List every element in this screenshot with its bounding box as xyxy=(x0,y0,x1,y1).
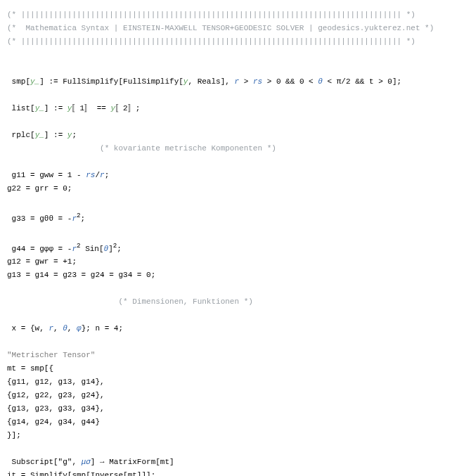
code-line-list: list[y_] := y〚1〛 == y〚2〛; xyxy=(7,89,464,115)
code-line-mt-r1: {g11, g12, g13, g14}, xyxy=(7,375,464,389)
t: > 0 && 0 < xyxy=(262,77,318,86)
code-line-it: it = Simplify[smp[Inverse[mt]]]; xyxy=(7,469,464,476)
t: , xyxy=(67,324,77,333)
pad xyxy=(7,144,100,153)
var-theta: θ xyxy=(318,77,323,86)
t: ] xyxy=(108,244,113,252)
code-line-rplc: rplc[y_] := y; xyxy=(7,115,464,142)
var-phi: φ xyxy=(77,324,82,333)
t: ; xyxy=(72,131,77,139)
t: smp[ xyxy=(12,77,30,86)
var-rs: rs xyxy=(253,77,262,86)
comment-rule-bot: (* |||||||||||||||||||||||||||||||||||||… xyxy=(7,35,464,49)
code-line-mt-r2: {g12, g22, g23, g24}, xyxy=(7,389,464,402)
arg-y: y_ xyxy=(35,104,44,112)
comment-kov: (* kovariante metrische Komponenten *) xyxy=(7,142,464,155)
code-line-g44: g44 = gφφ = -r2 Sin[θ]2; xyxy=(7,226,464,256)
t: list[ xyxy=(12,104,35,112)
comment-dim: (* Dimensionen, Funktionen *) xyxy=(7,295,464,309)
t: g44 = gφφ = - xyxy=(12,244,72,252)
code-line-g11: g11 = gww = 1 - rs/r; xyxy=(7,155,464,182)
var-rs: rs xyxy=(86,171,95,179)
t: ] := xyxy=(44,131,67,139)
t: , Reals], xyxy=(188,77,234,86)
t: ] → MatrixForm[mt] xyxy=(91,458,174,466)
comment-text: (* Dimensionen, Funktionen *) xyxy=(118,297,252,306)
t: Sin[ xyxy=(81,244,104,252)
blank-line xyxy=(7,49,464,62)
arg-y: y_ xyxy=(35,131,44,139)
t: x = {w, xyxy=(12,324,49,333)
t: }; n = 4; xyxy=(82,324,123,333)
t: g11 = gww = 1 - xyxy=(12,171,86,179)
t: ] := FullSimplify[FullSimplify[ xyxy=(39,77,183,86)
comment-rule-top: (* |||||||||||||||||||||||||||||||||||||… xyxy=(7,8,464,22)
t: > xyxy=(239,77,253,86)
blank-line xyxy=(7,335,464,349)
code-line-gzero: g13 = g14 = g23 = g24 = g34 = 0; xyxy=(7,269,464,282)
code-line-subscript-g: Subscript["g", μσ] → MatrixForm[mt] xyxy=(7,442,464,469)
code-line-mt-r3: {g13, g23, g33, g34}, xyxy=(7,402,464,416)
t: 〚2〛; xyxy=(115,104,140,112)
var-musigma: μσ xyxy=(82,458,91,466)
t: Subscript["g", xyxy=(12,458,82,466)
t: , xyxy=(53,324,63,333)
code-line-mt-r4: {g14, g24, g34, g44} xyxy=(7,416,464,429)
arg-y: y_ xyxy=(30,77,39,86)
t: rplc[ xyxy=(12,131,35,139)
comment-text: (* kovariante metrische Komponenten *) xyxy=(100,144,276,153)
code-line-g12: g12 = gwr = +1; xyxy=(7,255,464,269)
code-line-x: x = {w, r, θ, φ}; n = 4; xyxy=(7,309,464,335)
t: ] := xyxy=(44,104,67,112)
code-line-mt-open: mt = smp[{ xyxy=(7,362,464,375)
t: ; xyxy=(105,171,110,179)
comment-title: (* Mathematica Syntax | EINSTEIN-MAXWELL… xyxy=(7,22,464,35)
code-line-g33: g33 = gθθ = -r2; xyxy=(7,195,464,226)
pad xyxy=(7,297,118,306)
t: 〚1〛 == xyxy=(72,104,110,112)
code-line-smp: smp[y_] := FullSimplify[FullSimplify[y, … xyxy=(7,62,464,89)
blank-line xyxy=(7,282,464,295)
t: ; xyxy=(81,214,86,223)
var-theta: θ xyxy=(63,324,67,333)
code-line-g22: g22 = grr = 0; xyxy=(7,182,464,195)
t: g33 = gθθ = - xyxy=(12,214,72,223)
string-metrischer-tensor: "Metrischer Tensor" xyxy=(7,349,464,362)
t: ; xyxy=(117,244,122,252)
var-r: r xyxy=(100,171,105,179)
t: < π/2 && t > 0]; xyxy=(323,77,401,86)
code-line-mt-close: }]; xyxy=(7,429,464,442)
